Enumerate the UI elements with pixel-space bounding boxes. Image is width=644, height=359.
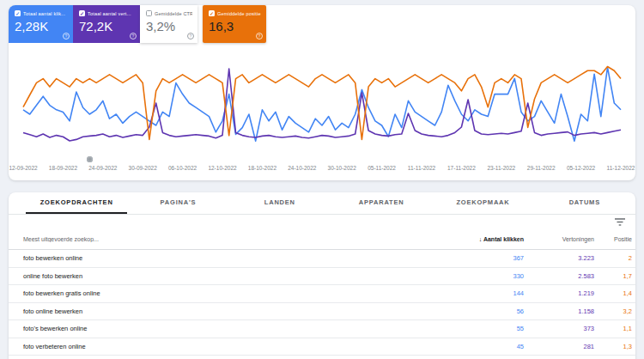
table-row[interactable]: foto verbeteren online452811,3 [9,338,635,356]
tab-zoekopdrachten[interactable]: ZOEKOPDRACHTEN [26,192,127,214]
checkbox-checked-icon[interactable]: ✓ [79,10,85,16]
query-cell: foto verbeteren online [9,343,451,350]
performance-line-chart[interactable]: 12-09-202218-09-202224-09-202230-09-2022… [9,43,635,180]
column-header-position[interactable]: Positie [594,236,632,242]
x-tick-label: 06-10-2022 [168,165,197,171]
query-cell: foto's bewerken online [9,325,451,332]
column-header-impressions[interactable]: Vertoningen [524,236,594,242]
x-tick-label: 24-09-2022 [88,165,117,171]
tab-landen[interactable]: LANDEN [229,192,331,214]
help-icon[interactable]: ? [256,33,263,40]
column-header-query: Meest uitgevoerde zoekop... [9,236,451,242]
metric-card-value: 3,2% [146,19,192,33]
position-cell: 3,2 [594,307,632,315]
position-cell: 1,4 [594,289,632,297]
x-tick-label: 18-10-2022 [248,165,276,171]
table-row[interactable]: foto online bewerken561.1583,2 [9,303,635,321]
tab-datums[interactable]: DATUMS [534,192,635,214]
x-tick-label: 05-11-2022 [368,165,396,171]
column-header-clicks-label: Aantal klikken [483,236,524,242]
x-tick-label: 05-12-2022 [567,165,595,171]
metric-card-value: 72,2K [79,19,135,33]
metric-card-label: Totaal aantal klik... [23,11,65,16]
clicks-cell: 55 [451,325,524,332]
x-tick-label: 30-10-2022 [328,165,356,171]
queries-panel: ZOEKOPDRACHTEN PAGINA'S LANDEN APPARATEN… [9,192,635,359]
impressions-cell: 1.219 [524,289,594,297]
help-icon[interactable]: ? [187,33,194,40]
tab-apparaten[interactable]: APPARATEN [331,192,432,214]
table-row[interactable]: foto's bewerken online553731,1 [9,320,635,338]
metric-card-label: Gemiddelde positie [217,11,261,16]
position-cell: 1,3 [594,343,632,350]
clicks-cell: 45 [451,343,524,350]
checkbox-unchecked-icon[interactable] [146,10,152,16]
help-icon[interactable]: ? [130,33,137,40]
query-cell: foto online bewerken [9,307,451,315]
metric-card-label: Gemiddelde CTR [155,11,192,16]
metric-card-ctr[interactable]: Gemiddelde CTR 3,2% ? [140,5,197,43]
x-tick-label: 18-09-2022 [49,165,77,171]
clicks-cell: 144 [451,289,524,297]
query-cell: foto bewerken online [9,254,451,262]
metric-card-clicks[interactable]: ✓ Totaal aantal klik... 2,28K ? [9,5,73,43]
x-tick-label: 24-10-2022 [288,165,316,171]
query-cell: foto bewerken gratis online [9,289,451,297]
table-row[interactable]: online foto bewerken3302.5831,7 [9,268,635,286]
x-tick-label: 12-10-2022 [208,165,236,171]
clicks-cell: 367 [451,254,524,262]
query-cell: online foto bewerken [9,272,451,280]
x-tick-label: 17-11-2022 [447,165,476,171]
impressions-cell: 2.583 [524,272,594,280]
table-header-row: Meest uitgevoerde zoekop... ↓ Aantal kli… [9,228,635,250]
checkbox-checked-icon[interactable]: ✓ [15,10,21,16]
annotation-marker-icon[interactable] [87,156,93,162]
tab-bar: ZOEKOPDRACHTEN PAGINA'S LANDEN APPARATEN… [9,192,635,215]
x-tick-label: 23-11-2022 [487,165,515,171]
table-row[interactable]: foto bewerken gratis online1441.2191,4 [9,285,635,303]
column-header-clicks[interactable]: ↓ Aantal klikken [451,236,524,242]
x-tick-label: 11-11-2022 [408,165,435,171]
x-tick-label: 30-09-2022 [129,165,157,171]
table-row[interactable]: foto bewerken online3673.2232 [9,250,635,268]
help-icon[interactable]: ? [63,33,70,40]
position-cell: 1,7 [594,272,632,280]
chart-lines [9,52,635,155]
metric-card-value: 16,3 [209,19,261,33]
metric-card-value: 2,28K [15,19,68,33]
tab-paginas[interactable]: PAGINA'S [127,192,228,214]
checkbox-checked-icon[interactable]: ✓ [209,10,215,16]
clicks-cell: 56 [451,307,524,315]
x-tick-label: 11-12-2022 [607,165,635,171]
performance-panel: ✓ Totaal aantal klik... 2,28K ? ✓ Totaal… [9,5,635,180]
impressions-cell: 281 [524,343,594,350]
x-tick-label: 29-11-2022 [527,165,556,171]
table-body: foto bewerken online3673.2232online foto… [9,250,635,356]
clicks-cell: 330 [451,272,524,280]
x-tick-label: 12-09-2022 [9,165,37,171]
impressions-cell: 3.223 [524,254,594,262]
impressions-cell: 373 [524,325,594,332]
metric-card-impressions[interactable]: ✓ Totaal aantal vert... 72,2K ? [73,5,140,43]
chart-x-axis: 12-09-202218-09-202224-09-202230-09-2022… [9,165,635,175]
metric-cards: ✓ Totaal aantal klik... 2,28K ? ✓ Totaal… [9,5,635,43]
tab-zoekopmaak[interactable]: ZOEKOPMAAK [432,192,533,214]
metric-card-label: Totaal aantal vert... [88,11,131,16]
metric-card-position[interactable]: ✓ Gemiddelde positie 16,3 ? [203,5,266,43]
sort-desc-icon: ↓ [479,236,483,242]
filter-icon[interactable] [615,218,625,226]
table-toolbar [9,215,635,228]
position-cell: 1,1 [594,325,632,332]
impressions-cell: 1.158 [524,307,594,315]
position-cell: 2 [594,254,632,262]
